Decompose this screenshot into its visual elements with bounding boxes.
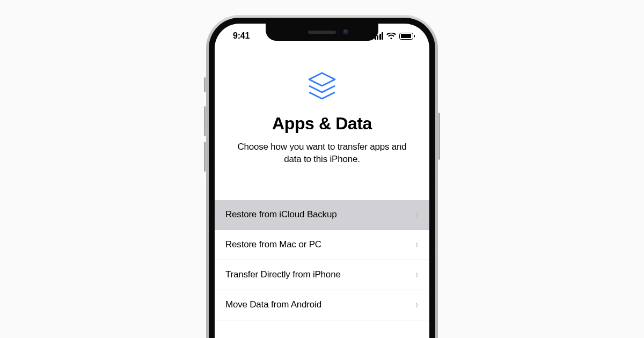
wifi-icon	[386, 33, 396, 40]
option-move-android[interactable]: Move Data from Android ›	[215, 290, 429, 320]
chevron-right-icon: ›	[415, 299, 418, 311]
setup-content: Apps & Data Choose how you want to trans…	[215, 24, 429, 338]
apps-data-icon	[229, 72, 415, 103]
chevron-right-icon: ›	[415, 239, 418, 251]
chevron-right-icon: ›	[415, 209, 418, 221]
chevron-right-icon: ›	[415, 269, 418, 281]
option-transfer-iphone[interactable]: Transfer Directly from iPhone ›	[215, 260, 429, 290]
option-restore-mac-pc[interactable]: Restore from Mac or PC ›	[215, 230, 429, 260]
side-button	[438, 113, 440, 160]
option-label: Move Data from Android	[225, 299, 321, 310]
phone-frame: 9:41	[206, 15, 438, 338]
option-restore-icloud[interactable]: Restore from iCloud Backup ›	[215, 200, 429, 230]
options-list: Restore from iCloud Backup › Restore fro…	[215, 200, 429, 320]
phone-mockup: 9:41	[206, 15, 438, 338]
option-label: Restore from iCloud Backup	[225, 209, 336, 220]
option-label: Transfer Directly from iPhone	[225, 269, 341, 280]
front-camera	[343, 29, 349, 35]
status-time: 9:41	[233, 31, 250, 41]
notch	[266, 24, 378, 41]
page-subtitle: Choose how you want to transfer apps and…	[229, 141, 415, 166]
hero: Apps & Data Choose how you want to trans…	[215, 72, 429, 166]
option-label: Restore from Mac or PC	[225, 239, 321, 250]
page-title: Apps & Data	[229, 114, 415, 134]
phone-bezel: 9:41	[209, 18, 435, 338]
battery-icon	[399, 33, 413, 40]
phone-screen: 9:41	[215, 24, 429, 338]
speaker-grille	[308, 31, 336, 34]
status-indicators	[375, 32, 414, 40]
